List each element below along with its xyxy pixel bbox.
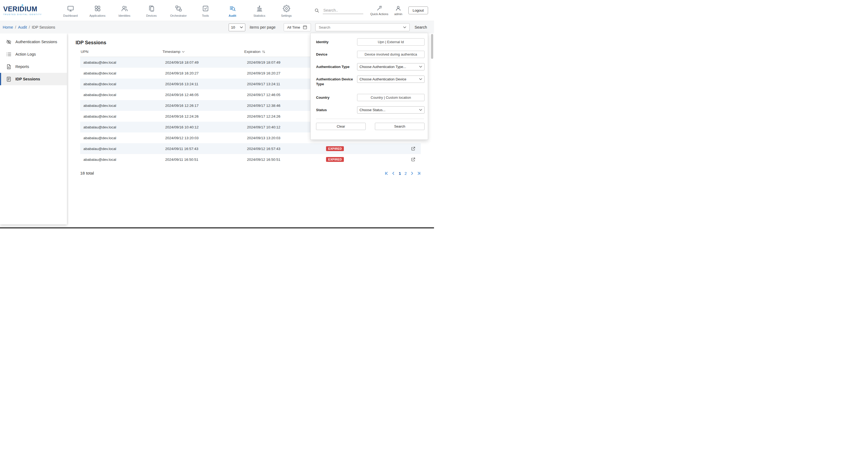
cell-timestamp: 2024/09/11 16:57:43	[162, 147, 244, 151]
filter-search-button[interactable]: Search	[375, 123, 425, 130]
pagination-first-button[interactable]	[384, 171, 388, 175]
search-icon[interactable]	[314, 8, 319, 13]
breadcrumb-separator: /	[15, 25, 16, 29]
filter-label-country: Country	[316, 94, 357, 101]
pagination-prev-button[interactable]	[392, 171, 395, 175]
filter-clear-button[interactable]: Clear	[316, 123, 366, 130]
cell-timestamp: 2024/09/16 10:40:12	[162, 125, 244, 129]
cell-expiration: 2024/09/12 16:57:43	[244, 147, 326, 151]
nav-dashboard[interactable]: Dashboard	[57, 4, 84, 17]
nav-tools[interactable]: Tools	[192, 4, 219, 17]
quick-actions-label: Quick Actions	[370, 12, 389, 15]
nav-identities[interactable]: Identities	[111, 4, 138, 17]
filter-label-status: Status	[316, 106, 357, 113]
device-filter-input[interactable]	[357, 51, 425, 58]
nav-applications[interactable]: Applications	[84, 4, 111, 17]
top-navigation-bar: VERIDIUM TRUSTED DIGITAL IDENTITY Dashbo…	[0, 0, 434, 21]
country-filter-input[interactable]	[357, 94, 425, 101]
external-link-icon[interactable]	[411, 157, 416, 162]
nav-statistics[interactable]: Statistics	[246, 4, 273, 17]
filter-actions: Clear Search	[316, 123, 425, 130]
cell-upn: ababalau@dev.local	[80, 136, 162, 140]
nav-audit[interactable]: Audit	[219, 4, 246, 17]
filter-label-authentication-device-type: Authentication Device Type	[316, 75, 357, 86]
items-per-page-select[interactable]: 10	[228, 24, 245, 31]
identities-icon	[121, 5, 128, 12]
nav-orchestrator[interactable]: Orchestrator	[165, 4, 192, 17]
pagination-next-button[interactable]	[410, 171, 414, 175]
identity-filter-input[interactable]	[357, 38, 425, 45]
sidebar-item-reports[interactable]: Reports	[0, 60, 67, 73]
pagination-last-button[interactable]	[417, 171, 421, 175]
nav-label: Audit	[228, 14, 236, 17]
sidebar: Authentication Sessions Action Logs Repo…	[0, 33, 67, 224]
column-header-timestamp[interactable]: Timestamp	[162, 50, 244, 54]
idp-sessions-icon	[6, 76, 11, 82]
breadcrumb-audit-link[interactable]: Audit	[18, 25, 27, 29]
cell-timestamp: 2024/09/18 18:07:49	[162, 60, 244, 64]
table-footer: 18 total 1 2	[80, 171, 421, 175]
statistics-icon	[256, 5, 263, 12]
breadcrumb-home-link[interactable]: Home	[3, 25, 13, 29]
sidebar-item-action-logs[interactable]: Action Logs	[0, 48, 67, 60]
cell-upn: ababalau@dev.local	[80, 147, 162, 151]
time-filter-button[interactable]: All Time	[284, 23, 311, 31]
cell-upn: ababalau@dev.local	[80, 115, 162, 119]
cell-timestamp: 2024/09/16 12:24:26	[162, 115, 244, 119]
breadcrumb-current: IDP Sessions	[32, 25, 55, 29]
external-link-icon[interactable]	[411, 146, 416, 151]
quick-actions-button[interactable]: Quick Actions	[370, 5, 389, 15]
table-row[interactable]: ababalau@dev.local 2024/09/11 16:57:43 2…	[80, 143, 421, 154]
status-select-value: Choose Status...	[360, 108, 385, 112]
reports-icon	[6, 64, 11, 70]
toolbar-search-button[interactable]: Search	[414, 24, 428, 31]
global-search-input[interactable]	[323, 7, 363, 14]
cell-upn: ababalau@dev.local	[80, 71, 162, 75]
logout-button[interactable]: Logout	[408, 6, 428, 14]
prev-page-icon	[392, 171, 395, 175]
cell-upn: ababalau@dev.local	[80, 104, 162, 108]
pagination-page-2[interactable]: 2	[405, 171, 407, 175]
cell-actions	[406, 146, 421, 151]
global-search	[314, 7, 363, 14]
pagination-page-1[interactable]: 1	[399, 171, 401, 175]
filter-row-authentication-type: Authentication Type Choose Authenticatio…	[316, 63, 425, 70]
sidebar-item-authentication-sessions[interactable]: Authentication Sessions	[0, 36, 67, 48]
veridium-logo[interactable]: VERIDIUM TRUSTED DIGITAL IDENTITY	[3, 5, 53, 15]
applications-icon	[94, 5, 101, 12]
sidebar-item-label: IDP Sessions	[16, 77, 40, 81]
cell-timestamp: 2024/09/16 12:26:17	[162, 104, 244, 108]
search-filter-dropdown[interactable]: Search	[315, 23, 410, 31]
status-select[interactable]: Choose Status...	[357, 106, 425, 113]
cell-status: EXPIRED	[326, 157, 406, 162]
breadcrumb-toolbar: Home / Audit / IDP Sessions 10 items per…	[0, 21, 434, 33]
filter-panel: Identity Device Authentication Type Choo…	[310, 33, 428, 140]
filter-label-authentication-type: Authentication Type	[316, 63, 357, 70]
last-page-icon	[417, 171, 421, 175]
sidebar-item-label: Authentication Sessions	[16, 40, 57, 44]
cell-expiration: 2024/09/12 16:50:51	[244, 158, 326, 162]
main-navigation: Dashboard Applications Identities Device…	[57, 4, 300, 17]
scrollbar[interactable]	[431, 34, 433, 59]
table-row[interactable]: ababalau@dev.local 2024/09/11 16:50:51 2…	[80, 154, 421, 165]
chevron-down-icon	[419, 109, 422, 111]
authentication-type-select[interactable]: Choose Authentication Type...	[357, 63, 425, 70]
search-filter-value: Search	[319, 25, 330, 29]
tools-icon	[202, 5, 209, 12]
filter-row-identity: Identity	[316, 38, 425, 45]
authentication-device-type-select[interactable]: Choose Authentication Device	[357, 75, 425, 83]
sort-chevron-down-icon	[182, 51, 185, 53]
brand-name: VERIDIUM	[3, 5, 37, 13]
user-menu[interactable]: admin	[394, 5, 402, 15]
nav-label: Applications	[89, 14, 105, 17]
nav-devices[interactable]: Devices	[138, 4, 165, 17]
nav-label: Statistics	[253, 14, 265, 17]
column-header-upn: UPN	[80, 50, 162, 54]
authentication-device-type-value: Choose Authentication Device	[360, 77, 406, 81]
cell-timestamp: 2024/09/16 13:24:11	[162, 82, 244, 86]
nav-settings[interactable]: Settings	[273, 4, 300, 17]
filter-row-authentication-device-type: Authentication Device Type Choose Authen…	[316, 75, 425, 86]
sidebar-item-idp-sessions[interactable]: IDP Sessions	[0, 73, 67, 85]
filter-label-identity: Identity	[316, 38, 357, 45]
status-badge: EXPIRED	[326, 146, 344, 151]
